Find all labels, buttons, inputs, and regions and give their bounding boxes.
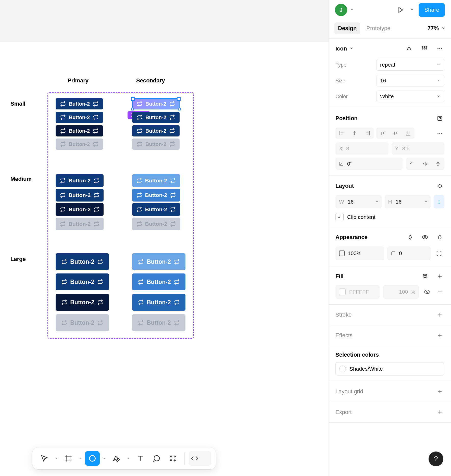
button-large-primary-1[interactable]: Button-2	[56, 253, 109, 270]
button-small-secondary-4[interactable]: Button-2	[132, 139, 180, 150]
corner-radius-icon	[391, 251, 396, 256]
fill-opacity-input[interactable]: 100%	[383, 285, 419, 299]
expand-corners-button[interactable]	[434, 248, 444, 259]
button-medium-secondary-3[interactable]: Button-2	[132, 203, 180, 216]
more-icon[interactable]	[435, 44, 444, 53]
chevron-down-icon[interactable]	[350, 7, 354, 12]
y-label: Y	[395, 145, 399, 152]
button-large-secondary-1[interactable]: Button-2	[132, 253, 185, 270]
tab-design[interactable]: Design	[334, 22, 360, 34]
button-medium-primary-2[interactable]: Button-2	[56, 189, 104, 202]
button-small-primary-2[interactable]: Button-2	[56, 112, 103, 123]
button-medium-secondary-4[interactable]: Button-2	[132, 218, 180, 230]
button-medium-primary-3[interactable]: Button-2	[56, 203, 104, 216]
chevron-down-icon[interactable]	[410, 7, 414, 12]
button-small-secondary-1-selected[interactable]: Button-2	[132, 98, 180, 109]
button-small-secondary-2[interactable]: Button-2	[132, 112, 180, 123]
width-input[interactable]: W16	[335, 195, 382, 208]
button-large-secondary-4[interactable]: Button-2	[132, 314, 185, 331]
help-button[interactable]: ?	[429, 452, 443, 466]
button-large-secondary-2[interactable]: Button-2	[132, 273, 185, 290]
rotate-90-button[interactable]	[406, 158, 419, 170]
button-label: Button-2	[147, 258, 171, 265]
link-dimensions-button[interactable]	[434, 195, 444, 208]
add-layout-grid-button[interactable]	[435, 387, 444, 396]
comment-tool[interactable]	[149, 451, 164, 466]
align-bottom-button[interactable]	[402, 128, 415, 139]
move-tool[interactable]	[37, 451, 52, 466]
corner-radius-input[interactable]: 0	[387, 246, 431, 260]
x-input[interactable]: X8	[335, 142, 389, 155]
selection-color-item[interactable]: Shades/White	[335, 362, 444, 375]
button-large-secondary-3[interactable]: Button-2	[132, 294, 185, 311]
hide-fill-button[interactable]	[422, 287, 432, 296]
chevron-down-icon[interactable]	[424, 199, 428, 205]
actions-tool[interactable]	[166, 451, 180, 466]
autolayout-collapse-icon[interactable]	[435, 181, 444, 191]
prop-size-select[interactable]: 16	[376, 75, 444, 86]
avatar[interactable]: J	[335, 4, 347, 16]
button-small-primary-1[interactable]: Button-2	[56, 98, 103, 109]
more-icon[interactable]	[435, 129, 444, 138]
pen-tool[interactable]	[109, 451, 124, 466]
clip-content-checkbox[interactable]: ✓	[335, 213, 344, 221]
button-small-primary-4[interactable]: Button-2	[56, 139, 103, 150]
chevron-down-icon[interactable]	[375, 199, 379, 205]
tab-prototype[interactable]: Prototype	[363, 22, 394, 34]
height-input[interactable]: H16	[385, 195, 431, 208]
text-tool[interactable]	[133, 451, 148, 466]
repeat-icon	[174, 279, 180, 285]
share-button[interactable]: Share	[419, 3, 445, 17]
align-right-button[interactable]	[361, 128, 374, 139]
repeat-icon	[174, 259, 180, 265]
align-hcenter-button[interactable]	[348, 128, 361, 139]
blend-mode-icon[interactable]	[406, 233, 415, 242]
chevron-down-icon[interactable]	[101, 457, 107, 460]
button-medium-secondary-1[interactable]: Button-2	[132, 174, 180, 187]
add-fill-button[interactable]	[435, 272, 444, 281]
align-top-button[interactable]	[376, 128, 389, 139]
align-vcenter-button[interactable]	[389, 128, 402, 139]
repeat-icon	[60, 207, 66, 212]
button-small-secondary-3[interactable]: Button-2	[132, 125, 180, 136]
repeat-icon	[60, 141, 66, 147]
styles-icon[interactable]	[420, 272, 430, 281]
button-large-primary-2[interactable]: Button-2	[56, 273, 109, 290]
remove-fill-button[interactable]	[435, 287, 444, 296]
chevron-down-icon[interactable]	[77, 457, 83, 460]
button-large-primary-4[interactable]: Button-2	[56, 314, 109, 331]
prop-type-select[interactable]: repeat	[376, 59, 444, 71]
button-medium-secondary-2[interactable]: Button-2	[132, 189, 180, 202]
align-left-button[interactable]	[335, 128, 348, 139]
prop-color-select[interactable]: White	[376, 91, 444, 102]
flip-vertical-button[interactable]	[432, 158, 444, 170]
flip-horizontal-button[interactable]	[419, 158, 432, 170]
canvas-area[interactable]: Primary Secondary Small Medium Large But…	[0, 0, 329, 476]
add-effect-button[interactable]	[435, 331, 444, 340]
droplet-icon[interactable]	[435, 233, 444, 242]
frame-tool[interactable]	[61, 451, 76, 466]
visibility-icon[interactable]	[420, 233, 430, 242]
zoom-level[interactable]: 77%	[428, 25, 445, 32]
chevron-down-icon[interactable]	[53, 457, 59, 460]
absolute-position-icon[interactable]	[435, 114, 444, 123]
shape-tool[interactable]	[85, 451, 100, 466]
component-swap-icon[interactable]	[405, 44, 414, 53]
button-medium-primary-4[interactable]: Button-2	[56, 218, 104, 230]
fill-section: Fill FFFFFF 100%	[329, 266, 451, 305]
fill-color-input[interactable]: FFFFFF	[335, 285, 380, 299]
chevron-down-icon[interactable]	[349, 46, 354, 51]
rotation-input[interactable]: 0°	[335, 158, 403, 170]
button-small-primary-3[interactable]: Button-2	[56, 125, 103, 136]
rotation-value: 0°	[347, 161, 352, 167]
add-stroke-button[interactable]	[435, 310, 444, 319]
add-export-button[interactable]	[435, 408, 444, 417]
dev-mode-toggle[interactable]	[189, 451, 211, 466]
button-medium-primary-1[interactable]: Button-2	[56, 174, 104, 187]
opacity-input[interactable]: 100%	[335, 246, 384, 260]
button-large-primary-3[interactable]: Button-2	[56, 294, 109, 311]
y-input[interactable]: Y3.5	[392, 142, 445, 155]
present-button[interactable]	[396, 5, 405, 15]
component-options-icon[interactable]	[420, 44, 429, 53]
chevron-down-icon[interactable]	[125, 457, 131, 460]
